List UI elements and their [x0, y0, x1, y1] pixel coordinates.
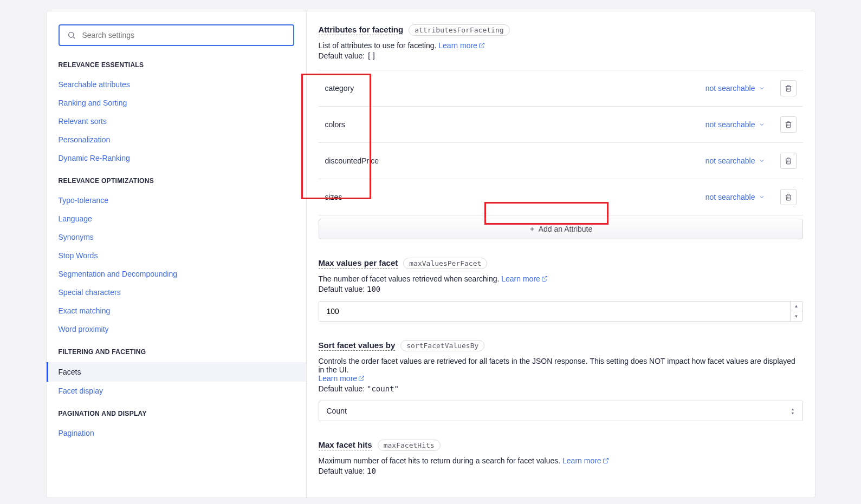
nav-item-facet-display[interactable]: Facet display: [59, 382, 294, 400]
main-content: Attributes for faceting attributesForFac…: [307, 11, 815, 498]
external-link-icon: [541, 276, 548, 282]
delete-facet-button[interactable]: [780, 80, 797, 96]
section-max-values-per-facet: Max values per facet maxValuesPerFacet T…: [319, 258, 803, 322]
external-link-icon: [478, 42, 485, 49]
section-description: List of attributes to use for faceting. …: [319, 41, 803, 50]
sidebar: RELEVANCE ESSENTIALSSearchable attribute…: [47, 11, 307, 498]
plus-icon: [529, 226, 535, 232]
nav-item-word-proximity[interactable]: Word proximity: [59, 320, 294, 338]
nav-item-segmentation-and-decompounding[interactable]: Segmentation and Decompounding: [59, 265, 294, 283]
nav-group-title: RELEVANCE OPTIMIZATIONS: [59, 177, 294, 185]
delete-facet-button[interactable]: [780, 153, 797, 169]
section-sort-facet-values-by: Sort facet values by sortFacetValuesBy C…: [319, 340, 803, 421]
number-spinner: ▲ ▼: [790, 302, 802, 321]
default-value-line: Default value: []: [319, 51, 803, 60]
chevron-down-icon: [759, 121, 765, 128]
search-icon: [67, 31, 76, 40]
select-value: Count: [327, 407, 347, 415]
facet-row: categorynot searchable: [319, 70, 803, 107]
facet-attribute-list: categorynot searchablecolorsnot searchab…: [319, 70, 803, 215]
nav-item-synonyms[interactable]: Synonyms: [59, 228, 294, 246]
facet-row: sizesnot searchable: [319, 179, 803, 215]
section-max-facet-hits: Max facet hits maxFacetHits Maximum numb…: [319, 440, 803, 475]
default-value-line: Default value: 100: [319, 285, 803, 293]
facet-attribute-name: colors: [325, 120, 705, 129]
facet-mode-dropdown[interactable]: not searchable: [705, 156, 765, 165]
api-param-pill: maxValuesPerFacet: [403, 258, 487, 269]
facet-mode-dropdown[interactable]: not searchable: [705, 120, 765, 129]
nav-item-relevant-sorts[interactable]: Relevant sorts: [59, 112, 294, 130]
settings-page: RELEVANCE ESSENTIALSSearchable attribute…: [46, 11, 815, 498]
nav-item-ranking-and-sorting[interactable]: Ranking and Sorting: [59, 94, 294, 112]
external-link-icon: [603, 457, 609, 464]
svg-line-6: [361, 376, 364, 379]
svg-point-0: [68, 32, 73, 37]
max-values-input-wrap: ▲ ▼: [319, 301, 803, 322]
api-param-pill: maxFacetHits: [378, 440, 441, 451]
nav-item-facets[interactable]: Facets: [47, 362, 306, 382]
facet-mode-dropdown[interactable]: not searchable: [705, 193, 765, 201]
max-values-input[interactable]: [319, 302, 790, 321]
sort-facet-select[interactable]: Count ▲▼: [319, 401, 803, 421]
default-value-line: Default value: 10: [319, 467, 803, 475]
external-link-icon: [358, 375, 365, 382]
nav-item-pagination[interactable]: Pagination: [59, 424, 294, 442]
trash-icon: [785, 193, 792, 201]
chevron-down-icon: [759, 158, 765, 164]
section-title: Sort facet values by: [319, 341, 396, 351]
search-settings-field[interactable]: [59, 24, 294, 46]
section-description: The number of facet values retrieved whe…: [319, 274, 803, 283]
chevron-down-icon: [759, 85, 765, 91]
delete-facet-button[interactable]: [780, 116, 797, 133]
learn-more-link[interactable]: Learn more: [438, 41, 485, 50]
trash-icon: [785, 121, 792, 128]
spinner-down[interactable]: ▼: [791, 311, 802, 321]
svg-line-7: [605, 459, 608, 462]
add-attribute-button[interactable]: Add an Attribute: [319, 219, 803, 239]
nav-group-title: PAGINATION AND DISPLAY: [59, 410, 294, 417]
facet-row: colorsnot searchable: [319, 107, 803, 143]
facet-attribute-name: discountedPrice: [325, 156, 705, 165]
nav-item-searchable-attributes[interactable]: Searchable attributes: [59, 75, 294, 94]
learn-more-link[interactable]: Learn more: [562, 456, 609, 465]
facet-attribute-name: category: [325, 84, 705, 93]
section-attributes-for-faceting: Attributes for faceting attributesForFac…: [319, 24, 803, 239]
default-value-line: Default value: "count": [319, 384, 803, 393]
section-title: Max facet hits: [319, 440, 372, 450]
nav-item-personalization[interactable]: Personalization: [59, 130, 294, 149]
trash-icon: [785, 157, 792, 165]
chevron-down-icon: [759, 194, 765, 200]
trash-icon: [785, 84, 792, 92]
learn-more-link[interactable]: Learn more: [501, 274, 548, 283]
nav-item-special-characters[interactable]: Special characters: [59, 283, 294, 302]
nav-item-exact-matching[interactable]: Exact matching: [59, 302, 294, 320]
svg-line-2: [481, 43, 484, 47]
nav-item-typo-tolerance[interactable]: Typo-tolerance: [59, 191, 294, 210]
nav-group-title: FILTERING AND FACETING: [59, 348, 294, 356]
section-description: Controls the order facet values are retr…: [319, 357, 803, 383]
api-param-pill: attributesForFaceting: [409, 24, 509, 36]
learn-more-link[interactable]: Learn more: [319, 374, 365, 383]
search-input[interactable]: [82, 31, 286, 40]
svg-line-1: [73, 37, 75, 38]
api-param-pill: sortFacetValuesBy: [400, 340, 484, 351]
facet-row: discountedPricenot searchable: [319, 143, 803, 179]
nav-item-dynamic-re-ranking[interactable]: Dynamic Re-Ranking: [59, 149, 294, 167]
spinner-up[interactable]: ▲: [791, 302, 802, 311]
nav-item-stop-words[interactable]: Stop Words: [59, 246, 294, 265]
section-title: Attributes for faceting: [319, 25, 404, 35]
nav-item-language[interactable]: Language: [59, 210, 294, 228]
select-caret-icon: ▲▼: [791, 407, 795, 415]
nav-group-title: RELEVANCE ESSENTIALS: [59, 61, 294, 69]
facet-mode-dropdown[interactable]: not searchable: [705, 84, 765, 93]
delete-facet-button[interactable]: [780, 189, 797, 205]
facet-attribute-name: sizes: [325, 193, 705, 201]
svg-line-5: [544, 277, 547, 280]
section-description: Maximum number of facet hits to return d…: [319, 456, 803, 465]
section-title: Max values per facet: [319, 258, 398, 269]
